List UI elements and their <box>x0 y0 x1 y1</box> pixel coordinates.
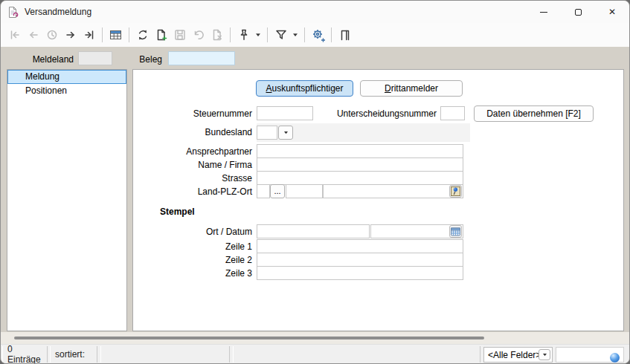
save-icon <box>173 28 187 42</box>
settings-add-button[interactable] <box>309 25 327 45</box>
close-button[interactable]: ✕ <box>595 1 629 23</box>
pin-dropdown-button[interactable] <box>253 25 263 45</box>
zeile3-label: Zeile 3 <box>141 267 252 281</box>
drittanmelder-button[interactable]: Drittanmelder <box>360 80 463 97</box>
toolbar-separator <box>102 27 103 42</box>
table-view-button[interactable] <box>106 25 125 45</box>
close-icon: ✕ <box>608 7 616 16</box>
refresh-button[interactable] <box>133 25 152 45</box>
gear-plus-icon <box>311 27 326 42</box>
refresh-icon <box>136 28 150 42</box>
filter-icon <box>274 28 288 42</box>
field-filter-dropdown[interactable]: <Alle Felder> <box>483 347 553 363</box>
zeile1-label: Zeile 1 <box>141 240 252 254</box>
app-window: Versandmeldung ✕ <box>0 0 630 364</box>
app-icon <box>7 5 20 19</box>
maximize-icon <box>575 9 582 16</box>
maximize-button[interactable] <box>561 1 595 23</box>
calendar-icon <box>451 227 460 236</box>
land-browse-button[interactable]: ... <box>270 184 285 198</box>
ansprechpartner-input[interactable] <box>257 144 463 158</box>
globe-status-icon <box>610 353 620 363</box>
status-panel <box>100 346 230 363</box>
unterscheidungsnummer-input[interactable] <box>440 106 465 120</box>
date-picker-button[interactable] <box>449 225 462 238</box>
bundesland-label: Bundesland <box>141 126 252 140</box>
sidebar-item-meldung[interactable]: Meldung <box>7 70 126 84</box>
zeile2-input[interactable] <box>257 253 463 267</box>
chevron-down-icon <box>292 33 298 37</box>
strasse-label: Strasse <box>141 172 252 186</box>
sorted-status: sortiert: <box>50 346 97 363</box>
toolbar-separator <box>331 27 332 42</box>
next-record-icon <box>64 28 77 42</box>
delete-record-button[interactable] <box>208 25 226 45</box>
last-record-button[interactable] <box>80 25 98 45</box>
field-filter-arrow-button[interactable] <box>539 349 550 360</box>
zeile3-input[interactable] <box>257 266 463 280</box>
beleg-label: Beleg <box>118 53 162 65</box>
land-input[interactable] <box>257 184 270 198</box>
field-filter-value: <Alle Felder> <box>488 350 541 360</box>
next-record-button[interactable] <box>61 25 80 45</box>
history-button[interactable] <box>42 25 61 45</box>
undo-button[interactable] <box>189 25 208 45</box>
first-record-icon <box>8 28 22 42</box>
content-area: Meldeland Beleg Meldung Positionen Ausku… <box>1 47 629 332</box>
stempel-ort-input[interactable] <box>257 224 370 238</box>
pin-button[interactable] <box>234 25 253 45</box>
door-icon <box>338 28 352 42</box>
sidebar-item-label: Positionen <box>25 85 67 96</box>
first-record-button[interactable] <box>5 25 24 45</box>
toolbar-separator <box>230 27 231 42</box>
steuernummer-label: Steuernummer <box>141 107 252 121</box>
quick-search-field[interactable] <box>556 347 624 363</box>
chevron-down-icon <box>542 353 547 357</box>
horizontal-splitter-handle[interactable] <box>14 337 484 339</box>
sidebar-item-label: Meldung <box>25 71 60 82</box>
map-pin-icon <box>451 186 460 196</box>
previous-record-button[interactable] <box>24 25 42 45</box>
steuernummer-input[interactable] <box>257 106 313 120</box>
bundesland-input[interactable] <box>257 126 277 140</box>
filter-dropdown-button[interactable] <box>290 25 300 45</box>
last-record-icon <box>83 28 96 42</box>
history-icon <box>45 28 59 42</box>
exit-button[interactable] <box>335 25 354 45</box>
new-record-button[interactable] <box>152 25 170 45</box>
ort-input[interactable] <box>323 184 463 198</box>
entries-count: 0 Einträge <box>2 346 48 363</box>
meldeland-input[interactable] <box>78 51 112 65</box>
previous-record-icon <box>27 28 40 42</box>
splitter-strip <box>1 332 629 344</box>
map-lookup-button[interactable] <box>449 185 462 198</box>
sidebar: Meldung Positionen <box>7 69 127 331</box>
status-bar: 0 Einträge sortiert: <Alle Felder> <box>1 344 629 364</box>
status-panel <box>233 346 480 363</box>
strasse-input[interactable] <box>257 171 463 185</box>
undo-icon <box>192 28 205 42</box>
delete-record-icon <box>210 28 224 42</box>
ansprechpartner-label: Ansprechpartner <box>141 145 252 159</box>
land-plz-ort-label: Land-PLZ-Ort <box>141 185 252 199</box>
toolbar-separator <box>304 27 305 42</box>
new-record-icon <box>155 28 168 42</box>
meldeland-label: Meldeland <box>16 53 74 65</box>
stempel-heading: Stempel <box>160 207 195 217</box>
bundesland-dropdown-button[interactable] <box>278 126 293 140</box>
chevron-down-icon <box>255 33 261 37</box>
beleg-input[interactable] <box>168 51 235 65</box>
unterscheidungsnummer-label: Unterscheidungsnummer <box>334 107 437 121</box>
chevron-down-icon <box>283 131 289 134</box>
zeile1-input[interactable] <box>257 239 463 253</box>
plz-input[interactable] <box>286 184 323 198</box>
main-panel: Auskunftspflichtiger Drittanmelder Steue… <box>132 69 624 331</box>
name-firma-input[interactable] <box>257 157 463 172</box>
filter-button[interactable] <box>271 25 290 45</box>
daten-uebernehmen-button[interactable]: Daten übernehmen [F2] <box>474 105 594 122</box>
sidebar-item-positionen[interactable]: Positionen <box>7 84 126 98</box>
minimize-button[interactable] <box>527 1 561 23</box>
auskunftspflichtiger-button[interactable]: Auskunftspflichtiger <box>256 80 353 97</box>
save-button[interactable] <box>170 25 189 45</box>
toolbar <box>1 23 629 47</box>
